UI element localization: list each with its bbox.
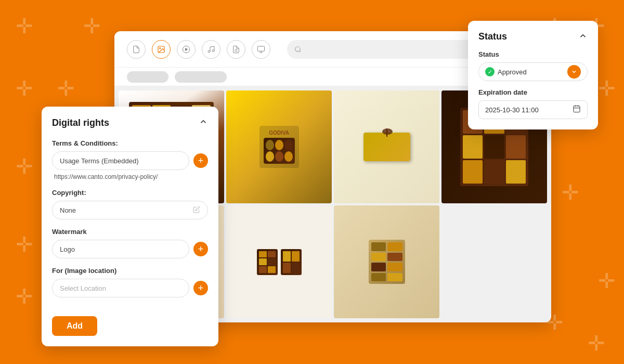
status-dropdown-button[interactable] [567, 65, 581, 79]
add-button[interactable]: Add [52, 316, 97, 336]
panel-header: Digital rights [52, 117, 208, 129]
terms-field-row: Usage Terms (Embedded) + [52, 151, 208, 170]
svg-marker-3 [186, 48, 188, 50]
location-input[interactable]: Select Location [52, 279, 189, 297]
status-label: Status [478, 50, 588, 58]
grid-item-7[interactable] [334, 205, 439, 318]
digital-rights-panel: Digital rights Terms & Conditions: Usage… [42, 107, 218, 346]
cross-icon: ✛ [16, 286, 33, 307]
expiration-date-input[interactable]: 2025-10-30 11:00 [478, 100, 588, 119]
cross-icon: ✛ [562, 182, 579, 203]
grid-item-2[interactable]: GODIVA [226, 90, 332, 203]
watermark-field-row: Logo + [52, 240, 208, 258]
filter-pill-2[interactable] [175, 71, 227, 83]
status-select[interactable]: ✓ Approved [478, 62, 588, 81]
cross-icon: ✛ [57, 78, 75, 99]
status-panel: Status Status ✓ Approved Expiration date… [468, 21, 598, 129]
cross-icon: ✛ [598, 270, 616, 291]
cross-icon: ✛ [16, 234, 33, 255]
terms-link: https://www.canto.com/privacy-policy/ [52, 173, 208, 180]
check-icon: ✓ [485, 67, 495, 76]
copyright-group: Copyright: None [52, 189, 208, 219]
image-icon-btn[interactable] [152, 40, 171, 59]
watermark-value: Logo [60, 245, 75, 253]
copyright-input[interactable]: None [52, 201, 208, 219]
expiration-section: Expiration date 2025-10-30 11:00 [478, 88, 588, 119]
present-icon-btn[interactable] [252, 40, 270, 59]
location-placeholder: Select Location [60, 284, 106, 292]
terms-add-button[interactable]: + [193, 153, 208, 168]
cross-icon: ✛ [16, 78, 33, 99]
terms-label: Terms & Conditions: [52, 139, 208, 147]
cross-icon: ✛ [588, 333, 605, 354]
watermark-input[interactable]: Logo [52, 240, 189, 258]
music-icon-btn[interactable] [202, 40, 220, 59]
file-icon-btn[interactable] [227, 40, 245, 59]
cross-icon: ✛ [598, 78, 616, 99]
svg-rect-13 [574, 106, 580, 112]
svg-point-11 [295, 46, 300, 51]
location-group: For (Image location) Select Location + [52, 267, 208, 297]
terms-value: Usage Terms (Embedded) [60, 157, 139, 165]
status-panel-header: Status [478, 31, 588, 42]
copyright-label: Copyright: [52, 189, 208, 197]
cross-icon: ✛ [83, 16, 101, 36]
terms-input[interactable]: Usage Terms (Embedded) [52, 151, 189, 170]
video-icon-btn[interactable] [177, 40, 196, 59]
status-collapse-button[interactable] [578, 31, 588, 42]
panel-title: Digital rights [52, 118, 109, 128]
watermark-group: Watermark Logo + [52, 228, 208, 258]
calendar-icon [573, 105, 581, 115]
expiration-label: Expiration date [478, 88, 588, 96]
approved-text: Approved [498, 68, 527, 76]
cross-icon: ✛ [16, 16, 33, 36]
svg-point-4 [208, 50, 210, 53]
location-add-button[interactable]: + [193, 281, 208, 295]
svg-point-5 [212, 49, 214, 51]
svg-rect-8 [257, 46, 264, 51]
panel-collapse-button[interactable] [199, 117, 208, 129]
location-label: For (Image location) [52, 267, 208, 275]
status-panel-title: Status [478, 31, 507, 42]
cross-icon: ✛ [16, 156, 33, 177]
document-icon-btn[interactable] [127, 40, 146, 59]
copyright-field-row: None [52, 201, 208, 219]
edit-icon [193, 206, 200, 215]
filter-pill-1[interactable] [127, 71, 168, 83]
approved-left: ✓ Approved [485, 67, 527, 76]
watermark-label: Watermark [52, 228, 208, 236]
copyright-value: None [60, 206, 76, 214]
grid-item-6[interactable] [226, 205, 332, 318]
location-field-row: Select Location + [52, 279, 208, 297]
terms-conditions-group: Terms & Conditions: Usage Terms (Embedde… [52, 139, 208, 180]
expiration-date-value: 2025-10-30 11:00 [485, 106, 539, 114]
watermark-add-button[interactable]: + [193, 242, 208, 256]
grid-item-3[interactable] [334, 90, 439, 203]
svg-line-12 [300, 50, 301, 52]
svg-point-1 [160, 47, 161, 48]
